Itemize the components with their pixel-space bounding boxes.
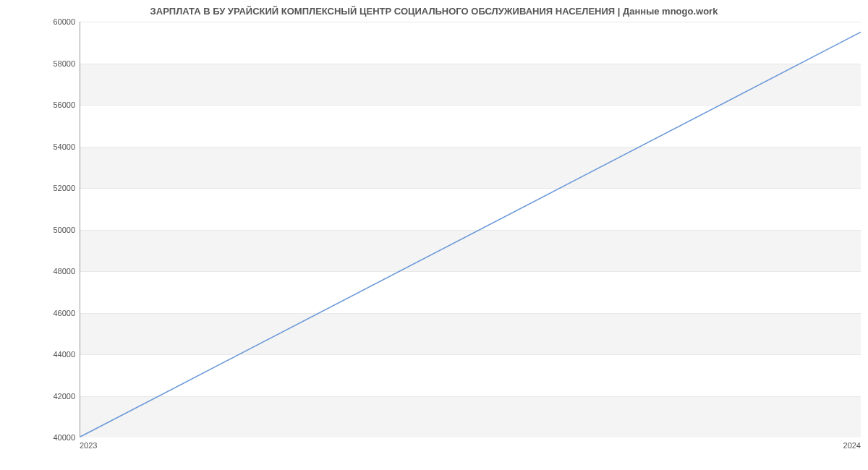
y-tick-label: 50000 — [10, 226, 75, 234]
chart-container: ЗАРПЛАТА В БУ УРАЙСКИЙ КОМПЛЕКСНЫЙ ЦЕНТР… — [0, 0, 868, 470]
line-series — [80, 22, 861, 437]
y-tick-label: 44000 — [10, 350, 75, 359]
plot-area — [80, 22, 861, 437]
y-tick-label: 48000 — [10, 267, 75, 275]
x-tick-label: 2024 — [843, 441, 861, 450]
y-tick-label: 46000 — [10, 309, 75, 317]
y-tick-label: 42000 — [10, 392, 75, 401]
y-tick-label: 52000 — [10, 184, 75, 192]
y-tick-label: 54000 — [10, 142, 75, 151]
chart-title: ЗАРПЛАТА В БУ УРАЙСКИЙ КОМПЛЕКСНЫЙ ЦЕНТР… — [0, 6, 868, 17]
y-tick-label: 40000 — [10, 433, 75, 442]
y-tick-label: 56000 — [10, 101, 75, 109]
y-tick-label: 58000 — [10, 59, 75, 68]
x-tick-label: 2023 — [80, 441, 97, 450]
y-tick-label: 60000 — [10, 17, 75, 26]
